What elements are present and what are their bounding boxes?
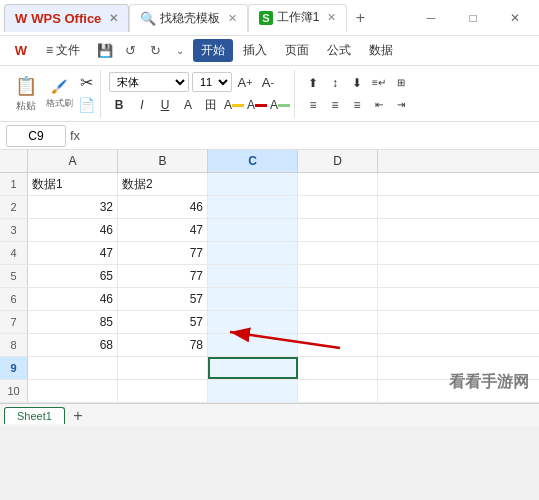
sheet-tab-1[interactable]: Sheet1 — [4, 407, 65, 424]
align-right-button[interactable]: ≡ — [347, 95, 367, 115]
wps-logo[interactable]: W — [6, 40, 36, 62]
cell-a8[interactable]: 68 — [28, 334, 118, 356]
bold-button[interactable]: B — [109, 95, 129, 115]
align-center-button[interactable]: ≡ — [325, 95, 345, 115]
dropdown-icon-btn[interactable]: ⌄ — [169, 40, 191, 62]
cell-c7[interactable] — [208, 311, 298, 333]
col-header-d[interactable]: D — [298, 150, 378, 172]
align-mid-button[interactable]: ↕ — [325, 73, 345, 93]
fill-color-button[interactable]: A — [224, 95, 244, 115]
cell-a3[interactable]: 46 — [28, 219, 118, 241]
cell-d9[interactable] — [298, 357, 378, 379]
col-header-b[interactable]: B — [118, 150, 208, 172]
cell-d5[interactable] — [298, 265, 378, 287]
undo-icon-btn[interactable]: ↺ — [119, 40, 141, 62]
cell-a1[interactable]: 数据1 — [28, 173, 118, 195]
menu-file[interactable]: ≡ 文件 — [38, 39, 88, 62]
new-tab-button[interactable]: + — [347, 5, 373, 31]
cell-c5[interactable] — [208, 265, 298, 287]
font-decrease-button[interactable]: A- — [258, 72, 278, 92]
align-left-button[interactable]: ≡ — [303, 95, 323, 115]
cell-a6[interactable]: 46 — [28, 288, 118, 310]
font-size-select[interactable]: 11 — [192, 72, 232, 92]
cell-b10[interactable] — [118, 380, 208, 402]
cell-d10[interactable] — [298, 380, 378, 402]
cell-b1[interactable]: 数据2 — [118, 173, 208, 195]
tab-sheet[interactable]: S 工作簿1 ✕ — [248, 4, 347, 32]
align-bot-button[interactable]: ⬇ — [347, 73, 367, 93]
paste-icon: 📋 — [15, 75, 37, 97]
col-header-a[interactable]: A — [28, 150, 118, 172]
fx-icon[interactable]: fx — [70, 128, 80, 143]
cell-a10[interactable] — [28, 380, 118, 402]
cell-d2[interactable] — [298, 196, 378, 218]
cell-reference-input[interactable]: C9 — [6, 125, 66, 147]
cell-c9[interactable] — [208, 357, 298, 379]
cell-b4[interactable]: 77 — [118, 242, 208, 264]
save-icon-btn[interactable]: 💾 — [94, 40, 116, 62]
cell-c4[interactable] — [208, 242, 298, 264]
cell-d7[interactable] — [298, 311, 378, 333]
cell-c6[interactable] — [208, 288, 298, 310]
underline-button[interactable]: U — [155, 95, 175, 115]
cell-a7[interactable]: 85 — [28, 311, 118, 333]
formula-input[interactable] — [84, 129, 533, 143]
paste-button[interactable]: 📋 粘贴 — [10, 74, 42, 114]
cell-a9[interactable] — [28, 357, 118, 379]
cell-b8[interactable]: 78 — [118, 334, 208, 356]
cell-b3[interactable]: 47 — [118, 219, 208, 241]
cell-c8[interactable] — [208, 334, 298, 356]
copy-button[interactable]: 📄 — [76, 95, 96, 115]
cell-b6[interactable]: 57 — [118, 288, 208, 310]
font-color-button[interactable]: A — [247, 95, 267, 115]
cell-c1[interactable] — [208, 173, 298, 195]
border-button[interactable]: 田 — [201, 95, 221, 115]
fill-color-icon: A — [224, 98, 232, 112]
cell-c10[interactable] — [208, 380, 298, 402]
cell-c2[interactable] — [208, 196, 298, 218]
cell-b9[interactable] — [118, 357, 208, 379]
menu-home[interactable]: 开始 — [193, 39, 233, 62]
cell-d6[interactable] — [298, 288, 378, 310]
align-group: ⬆ ↕ ⬇ ≡↵ ⊞ ≡ ≡ ≡ ⇤ ⇥ — [299, 70, 415, 118]
indent-dec-button[interactable]: ⇤ — [369, 95, 389, 115]
cell-b5[interactable]: 77 — [118, 265, 208, 287]
strikethrough-button[interactable]: A — [178, 95, 198, 115]
italic-button[interactable]: I — [132, 95, 152, 115]
close-button[interactable]: ✕ — [495, 4, 535, 32]
format-brush-icon: 🖌️ — [51, 79, 67, 94]
cell-b7[interactable]: 57 — [118, 311, 208, 333]
cell-a4[interactable]: 47 — [28, 242, 118, 264]
wrap-text-button[interactable]: ≡↵ — [369, 73, 389, 93]
tab-wps[interactable]: W WPS Office ✕ — [4, 4, 129, 32]
cell-d1[interactable] — [298, 173, 378, 195]
cell-d8[interactable] — [298, 334, 378, 356]
cell-d3[interactable] — [298, 219, 378, 241]
menu-formula[interactable]: 公式 — [319, 39, 359, 62]
tab-template[interactable]: 🔍 找稳壳模板 ✕ — [129, 4, 248, 32]
scissors-button[interactable]: ✂ — [76, 73, 96, 93]
menu-data[interactable]: 数据 — [361, 39, 401, 62]
maximize-button[interactable]: □ — [453, 4, 493, 32]
cell-a5[interactable]: 65 — [28, 265, 118, 287]
cell-b2[interactable]: 46 — [118, 196, 208, 218]
format-brush-button[interactable]: 🖌️ — [45, 77, 73, 95]
add-sheet-button[interactable]: + — [67, 405, 89, 427]
menu-page[interactable]: 页面 — [277, 39, 317, 62]
highlight-button[interactable]: A — [270, 95, 290, 115]
cell-d4[interactable] — [298, 242, 378, 264]
font-name-select[interactable]: 宋体 — [109, 72, 189, 92]
menu-insert[interactable]: 插入 — [235, 39, 275, 62]
template-close-icon[interactable]: ✕ — [228, 12, 237, 25]
col-header-c[interactable]: C — [208, 150, 298, 172]
merge-button[interactable]: ⊞ — [391, 73, 411, 93]
cell-c3[interactable] — [208, 219, 298, 241]
align-top-button[interactable]: ⬆ — [303, 73, 323, 93]
indent-inc-button[interactable]: ⇥ — [391, 95, 411, 115]
minimize-button[interactable]: ─ — [411, 4, 451, 32]
tab-close-icon[interactable]: ✕ — [109, 12, 118, 25]
sheet-close-icon[interactable]: ✕ — [327, 11, 336, 24]
redo-icon-btn[interactable]: ↻ — [144, 40, 166, 62]
font-increase-button[interactable]: A+ — [235, 72, 255, 92]
cell-a2[interactable]: 32 — [28, 196, 118, 218]
